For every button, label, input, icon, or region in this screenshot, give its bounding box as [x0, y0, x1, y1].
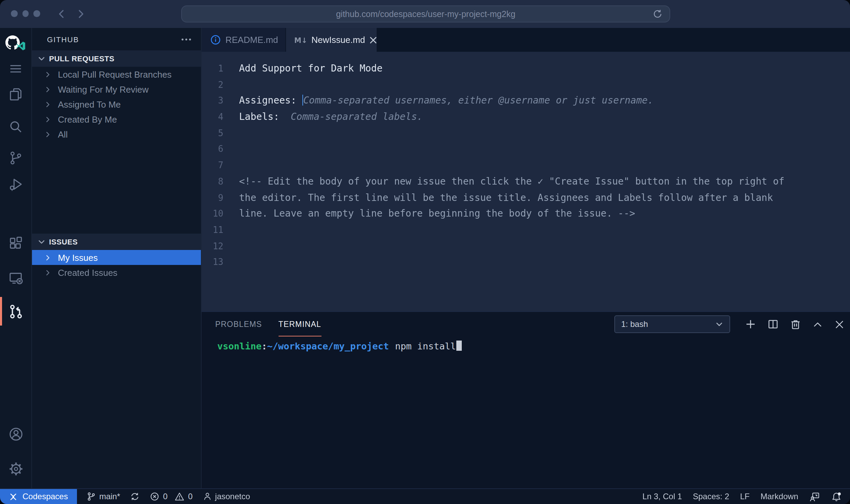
- search-icon[interactable]: [0, 114, 31, 140]
- comment-text: line. Leave an empty line before beginni…: [239, 208, 635, 219]
- git-branch-icon: [86, 492, 96, 501]
- tree-item-waiting-for-my-review[interactable]: Waiting For My Review: [32, 82, 201, 97]
- sidebar-header: GITHUB: [32, 28, 201, 50]
- sidebar-title: GITHUB: [47, 35, 79, 43]
- terminal-cursor: [457, 341, 462, 351]
- tab-terminal[interactable]: TERMINAL: [278, 312, 321, 336]
- terminal-output[interactable]: vsonline:~/workspace/my_projectnpm insta…: [202, 336, 850, 351]
- explorer-icon[interactable]: [0, 81, 31, 107]
- window-zoom-button[interactable]: [33, 10, 40, 17]
- close-panel-icon[interactable]: [834, 319, 845, 329]
- extensions-icon[interactable]: [0, 230, 31, 256]
- tree-item-all[interactable]: All: [32, 127, 201, 142]
- window-close-button[interactable]: [11, 10, 17, 17]
- github-pull-requests-icon[interactable]: [0, 298, 31, 324]
- editor-line[interactable]: 7: [202, 157, 850, 173]
- editor-line[interactable]: 2: [202, 77, 850, 93]
- github-codespaces-logo-icon: [0, 31, 31, 57]
- editor-line[interactable]: 13: [202, 254, 850, 270]
- tab-label: README.md: [225, 35, 278, 45]
- account-icon[interactable]: [0, 421, 31, 447]
- bottom-panel: PROBLEMS TERMINAL 1: bash: [202, 311, 850, 488]
- user-indicator[interactable]: jasonetco: [203, 492, 250, 501]
- user-name: jasonetco: [215, 492, 250, 501]
- section-pull-requests[interactable]: PULL REQUESTS: [32, 50, 201, 67]
- menu-icon[interactable]: [0, 56, 31, 82]
- url-text: github.com/codespaces/user-my-project-mg…: [336, 9, 516, 19]
- error-count: 0: [163, 492, 168, 501]
- window-minimize-button[interactable]: [22, 10, 29, 17]
- browser-back-button[interactable]: [57, 10, 66, 18]
- branch-name: main*: [99, 492, 120, 501]
- new-terminal-icon[interactable]: [745, 319, 756, 330]
- source-control-icon[interactable]: [0, 145, 31, 171]
- section-issues[interactable]: ISSUES: [32, 234, 201, 250]
- comment-text: the editor. The first line will be the i…: [239, 192, 773, 203]
- line-number: 1: [202, 61, 223, 77]
- editor-line[interactable]: 1Add Support for Dark Mode: [202, 61, 850, 77]
- tab-readme[interactable]: README.md: [202, 28, 286, 52]
- window-controls: [11, 10, 40, 17]
- tree-item-created-by-me[interactable]: Created By Me: [32, 112, 201, 127]
- chevron-right-icon: [44, 254, 52, 261]
- tree-item-assigned-to-me[interactable]: Assigned To Me: [32, 97, 201, 112]
- chevron-right-icon: [44, 85, 52, 93]
- more-actions-icon[interactable]: [181, 38, 191, 41]
- editor[interactable]: 1Add Support for Dark Mode 2 3Assignees:…: [202, 52, 850, 311]
- eol-indicator[interactable]: LF: [740, 492, 750, 501]
- cursor-position[interactable]: Ln 3, Col 1: [642, 492, 682, 501]
- split-terminal-icon[interactable]: [768, 319, 778, 330]
- tree-item-label: My Issues: [58, 252, 98, 263]
- branch-indicator[interactable]: main*: [86, 492, 120, 501]
- chevron-right-icon: [44, 269, 52, 276]
- editor-line[interactable]: 12: [202, 238, 850, 254]
- address-bar[interactable]: github.com/codespaces/user-my-project-mg…: [181, 5, 670, 22]
- browser-chrome: github.com/codespaces/user-my-project-mg…: [0, 0, 850, 28]
- tab-problems[interactable]: PROBLEMS: [215, 312, 262, 336]
- terminal-path: ~/workspace/my_project: [267, 341, 389, 351]
- editor-line[interactable]: 6: [202, 141, 850, 157]
- maximize-panel-icon[interactable]: [813, 319, 823, 329]
- line-number: 8: [202, 174, 223, 190]
- codespaces-remote-button[interactable]: Codespaces: [0, 489, 77, 504]
- status-left: main* 0 0 jasonetco: [86, 492, 250, 501]
- line-number: 4: [202, 109, 223, 125]
- feedback-icon[interactable]: [809, 491, 820, 502]
- close-tab-icon[interactable]: [369, 36, 377, 44]
- browser-forward-button[interactable]: [76, 10, 85, 18]
- editor-line[interactable]: 5: [202, 125, 850, 141]
- tree-item-created-issues[interactable]: Created Issues: [32, 265, 201, 280]
- editor-line[interactable]: 9the editor. The first line will be the …: [202, 190, 850, 206]
- tree-item-my-issues[interactable]: My Issues: [32, 250, 201, 265]
- terminal-selector[interactable]: 1: bash: [614, 315, 730, 333]
- tree-item-local-pull-request-branches[interactable]: Local Pull Request Branches: [32, 67, 201, 82]
- browser-window: github.com/codespaces/user-my-project-mg…: [0, 0, 850, 504]
- tab-label: NewIssue.md: [312, 35, 365, 45]
- line-number: 13: [202, 254, 223, 270]
- editor-group: README.md M↓ NewIssue.md 1Add Support fo…: [202, 28, 850, 488]
- refresh-icon[interactable]: [652, 9, 663, 19]
- warning-count: 0: [188, 492, 192, 501]
- panel-header: PROBLEMS TERMINAL 1: bash: [202, 312, 850, 336]
- problems-indicator[interactable]: 0 0: [150, 492, 193, 501]
- run-and-debug-icon[interactable]: [0, 171, 31, 197]
- notifications-bell-icon[interactable]: [831, 491, 842, 502]
- editor-line[interactable]: 11: [202, 222, 850, 238]
- editor-line[interactable]: 10line. Leave an empty line before begin…: [202, 206, 850, 222]
- tab-newissue[interactable]: M↓ NewIssue.md: [286, 28, 377, 52]
- line-number: 10: [202, 206, 223, 222]
- editor-line[interactable]: 8<!-- Edit the body of your new issue th…: [202, 174, 850, 190]
- sidebar-spacer: [32, 142, 201, 234]
- line-number: 11: [202, 222, 223, 238]
- indentation[interactable]: Spaces: 2: [693, 492, 729, 501]
- editor-line[interactable]: 4Labels: Comma-separated labels.: [202, 109, 850, 125]
- remote-explorer-icon[interactable]: [0, 265, 31, 291]
- labels-hint: Comma-separated labels.: [291, 111, 423, 122]
- kill-terminal-icon[interactable]: [790, 319, 801, 330]
- settings-gear-icon[interactable]: [0, 456, 31, 482]
- panel-tab-label: TERMINAL: [278, 320, 321, 328]
- editor-line[interactable]: 3Assignees: Comma-separated usernames, e…: [202, 93, 850, 109]
- sync-icon[interactable]: [130, 492, 140, 501]
- language-mode[interactable]: Markdown: [760, 492, 798, 501]
- sidebar: GITHUB PULL REQUESTS Local Pull Request …: [32, 28, 202, 488]
